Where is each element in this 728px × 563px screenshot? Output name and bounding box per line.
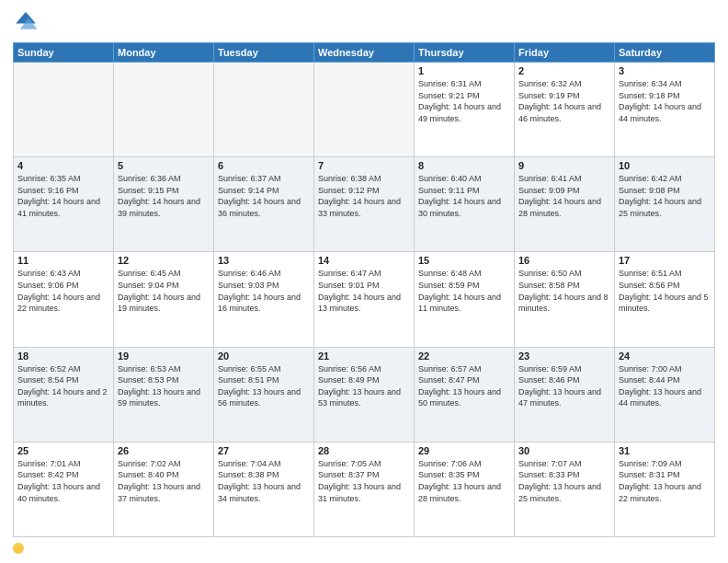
day-number: 3: [619, 65, 711, 76]
calendar-day-cell: 18Sunrise: 6:52 AMSunset: 8:54 PMDayligh…: [14, 347, 114, 442]
weekday-header: Monday: [114, 43, 214, 63]
calendar-day-cell: 10Sunrise: 6:42 AMSunset: 9:08 PMDayligh…: [615, 157, 715, 252]
calendar-day-cell: 4Sunrise: 6:35 AMSunset: 9:16 PMDaylight…: [14, 157, 114, 252]
day-number: 25: [17, 445, 109, 456]
calendar-day-cell: 16Sunrise: 6:50 AMSunset: 8:58 PMDayligh…: [515, 252, 615, 347]
day-number: 30: [518, 445, 610, 456]
day-info: Sunrise: 7:02 AMSunset: 8:40 PMDaylight:…: [118, 458, 210, 504]
calendar-week-row: 1Sunrise: 6:31 AMSunset: 9:21 PMDaylight…: [14, 63, 715, 157]
day-info: Sunrise: 6:42 AMSunset: 9:08 PMDaylight:…: [619, 173, 711, 219]
day-number: 28: [318, 445, 410, 456]
day-number: 7: [318, 160, 410, 171]
weekday-header: Friday: [515, 43, 615, 63]
calendar-day-cell: 3Sunrise: 6:34 AMSunset: 9:18 PMDaylight…: [615, 63, 715, 157]
day-info: Sunrise: 6:38 AMSunset: 9:12 PMDaylight:…: [318, 173, 410, 219]
weekday-header: Saturday: [615, 43, 715, 63]
day-number: 29: [418, 445, 510, 456]
day-info: Sunrise: 6:31 AMSunset: 9:21 PMDaylight:…: [418, 78, 510, 124]
day-info: Sunrise: 6:51 AMSunset: 8:56 PMDaylight:…: [619, 268, 711, 314]
day-info: Sunrise: 6:57 AMSunset: 8:47 PMDaylight:…: [418, 363, 510, 409]
day-info: Sunrise: 7:07 AMSunset: 8:33 PMDaylight:…: [518, 458, 610, 504]
weekday-header-row: SundayMondayTuesdayWednesdayThursdayFrid…: [14, 43, 715, 63]
day-number: 6: [218, 160, 310, 171]
calendar-week-row: 25Sunrise: 7:01 AMSunset: 8:42 PMDayligh…: [14, 442, 715, 536]
day-number: 14: [318, 255, 410, 266]
calendar-day-cell: 1Sunrise: 6:31 AMSunset: 9:21 PMDaylight…: [415, 63, 515, 157]
calendar-day-cell: 5Sunrise: 6:36 AMSunset: 9:15 PMDaylight…: [114, 157, 214, 252]
calendar-day-cell: 7Sunrise: 6:38 AMSunset: 9:12 PMDaylight…: [314, 157, 415, 252]
day-info: Sunrise: 7:05 AMSunset: 8:37 PMDaylight:…: [318, 458, 410, 504]
day-info: Sunrise: 6:35 AMSunset: 9:16 PMDaylight:…: [17, 173, 109, 219]
page: SundayMondayTuesdayWednesdayThursdayFrid…: [0, 0, 728, 563]
day-number: 21: [318, 350, 410, 362]
header: [13, 9, 715, 35]
day-info: Sunrise: 7:06 AMSunset: 8:35 PMDaylight:…: [418, 458, 510, 504]
calendar-day-cell: 28Sunrise: 7:05 AMSunset: 8:37 PMDayligh…: [314, 442, 415, 536]
calendar-day-cell: 25Sunrise: 7:01 AMSunset: 8:42 PMDayligh…: [14, 442, 114, 536]
legend-sun-icon: [13, 543, 24, 554]
day-number: 27: [218, 445, 310, 456]
day-info: Sunrise: 7:01 AMSunset: 8:42 PMDaylight:…: [17, 458, 109, 504]
calendar-day-cell: 11Sunrise: 6:43 AMSunset: 9:06 PMDayligh…: [14, 252, 114, 347]
day-info: Sunrise: 6:40 AMSunset: 9:11 PMDaylight:…: [418, 173, 510, 219]
day-info: Sunrise: 6:45 AMSunset: 9:04 PMDaylight:…: [118, 268, 210, 314]
day-info: Sunrise: 7:04 AMSunset: 8:38 PMDaylight:…: [218, 458, 310, 504]
calendar-day-cell: 20Sunrise: 6:55 AMSunset: 8:51 PMDayligh…: [214, 347, 314, 442]
calendar-day-cell: 6Sunrise: 6:37 AMSunset: 9:14 PMDaylight…: [214, 157, 314, 252]
day-info: Sunrise: 6:55 AMSunset: 8:51 PMDaylight:…: [218, 363, 310, 409]
day-info: Sunrise: 6:52 AMSunset: 8:54 PMDaylight:…: [17, 363, 109, 409]
logo: [13, 9, 42, 35]
day-info: Sunrise: 6:50 AMSunset: 8:58 PMDaylight:…: [518, 268, 610, 314]
day-number: 11: [17, 255, 109, 266]
day-number: 9: [518, 160, 610, 171]
day-number: 23: [518, 350, 610, 362]
day-number: 31: [619, 445, 711, 456]
day-info: Sunrise: 6:37 AMSunset: 9:14 PMDaylight:…: [218, 173, 310, 219]
calendar-day-cell: [14, 63, 114, 157]
day-number: 18: [17, 350, 109, 362]
day-number: 26: [118, 445, 210, 456]
day-number: 15: [418, 255, 510, 266]
calendar-day-cell: 29Sunrise: 7:06 AMSunset: 8:35 PMDayligh…: [415, 442, 515, 536]
weekday-header: Thursday: [415, 43, 515, 63]
weekday-header: Wednesday: [314, 43, 415, 63]
day-info: Sunrise: 6:43 AMSunset: 9:06 PMDaylight:…: [17, 268, 109, 314]
legend: [13, 543, 715, 554]
day-number: 1: [418, 65, 510, 76]
calendar-day-cell: 24Sunrise: 7:00 AMSunset: 8:44 PMDayligh…: [615, 347, 715, 442]
day-number: 13: [218, 255, 310, 266]
calendar-day-cell: 14Sunrise: 6:47 AMSunset: 9:01 PMDayligh…: [314, 252, 415, 347]
day-number: 17: [619, 255, 711, 266]
day-number: 20: [218, 350, 310, 362]
day-number: 12: [118, 255, 210, 266]
day-number: 5: [118, 160, 210, 171]
calendar-week-row: 11Sunrise: 6:43 AMSunset: 9:06 PMDayligh…: [14, 252, 715, 347]
day-info: Sunrise: 6:56 AMSunset: 8:49 PMDaylight:…: [318, 363, 410, 409]
day-info: Sunrise: 6:48 AMSunset: 8:59 PMDaylight:…: [418, 268, 510, 314]
calendar-day-cell: 23Sunrise: 6:59 AMSunset: 8:46 PMDayligh…: [515, 347, 615, 442]
day-number: 16: [518, 255, 610, 266]
weekday-header: Tuesday: [214, 43, 314, 63]
day-info: Sunrise: 6:34 AMSunset: 9:18 PMDaylight:…: [619, 78, 711, 124]
day-info: Sunrise: 7:09 AMSunset: 8:31 PMDaylight:…: [619, 458, 711, 504]
day-info: Sunrise: 6:53 AMSunset: 8:53 PMDaylight:…: [118, 363, 210, 409]
calendar-day-cell: [314, 63, 415, 157]
day-number: 4: [17, 160, 109, 171]
calendar-day-cell: 21Sunrise: 6:56 AMSunset: 8:49 PMDayligh…: [314, 347, 415, 442]
calendar-week-row: 4Sunrise: 6:35 AMSunset: 9:16 PMDaylight…: [14, 157, 715, 252]
day-number: 22: [418, 350, 510, 362]
calendar-day-cell: 2Sunrise: 6:32 AMSunset: 9:19 PMDaylight…: [515, 63, 615, 157]
calendar-day-cell: 8Sunrise: 6:40 AMSunset: 9:11 PMDaylight…: [415, 157, 515, 252]
calendar-day-cell: 27Sunrise: 7:04 AMSunset: 8:38 PMDayligh…: [214, 442, 314, 536]
calendar-day-cell: 15Sunrise: 6:48 AMSunset: 8:59 PMDayligh…: [415, 252, 515, 347]
day-info: Sunrise: 6:32 AMSunset: 9:19 PMDaylight:…: [518, 78, 610, 124]
calendar-day-cell: 22Sunrise: 6:57 AMSunset: 8:47 PMDayligh…: [415, 347, 515, 442]
day-info: Sunrise: 6:59 AMSunset: 8:46 PMDaylight:…: [518, 363, 610, 409]
calendar-day-cell: [114, 63, 214, 157]
day-info: Sunrise: 6:46 AMSunset: 9:03 PMDaylight:…: [218, 268, 310, 314]
day-info: Sunrise: 6:47 AMSunset: 9:01 PMDaylight:…: [318, 268, 410, 314]
calendar-day-cell: 13Sunrise: 6:46 AMSunset: 9:03 PMDayligh…: [214, 252, 314, 347]
day-number: 19: [118, 350, 210, 362]
day-number: 24: [619, 350, 711, 362]
day-number: 8: [418, 160, 510, 171]
